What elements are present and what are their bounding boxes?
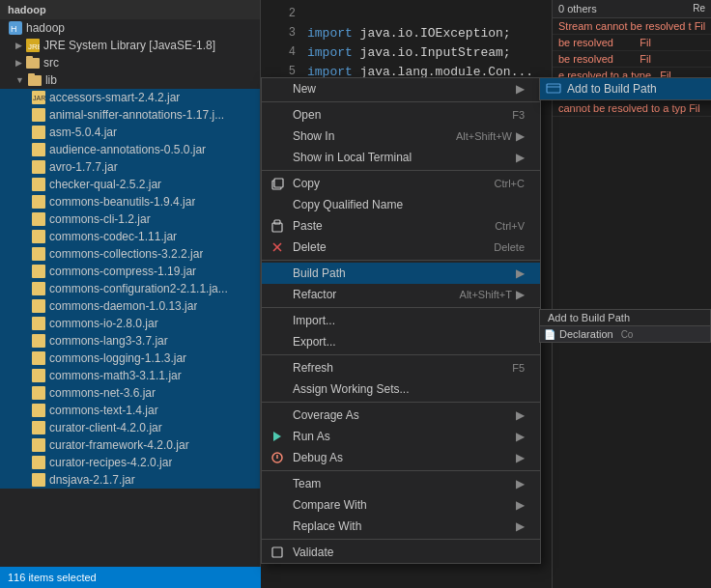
svg-rect-31 <box>32 473 45 487</box>
src-label: src <box>43 56 59 70</box>
lib-icon <box>27 72 43 88</box>
tree-item-jar19[interactable]: commons-text-1.4.jar <box>0 402 260 419</box>
tree-item-hadoop[interactable]: H hadoop <box>0 19 260 37</box>
declaration-label: Declaration <box>559 328 613 340</box>
jar2-label: animal-sniffer-annotations-1.17.j... <box>49 108 224 122</box>
menu-item-copy-qualified[interactable]: Copy Qualified Name <box>262 194 540 215</box>
arrow-icon9: ▶ <box>516 477 525 490</box>
tree-item-jar10[interactable]: commons-collections-3.2.2.jar <box>0 245 260 263</box>
jar12-label: commons-configuration2-2.1.1.ja... <box>49 282 228 295</box>
svg-rect-28 <box>32 421 45 434</box>
jar22-icon <box>31 455 46 470</box>
tree-item-jar1[interactable]: JAR accessors-smart-2.4.2.jar <box>0 89 260 106</box>
separator-1 <box>262 101 540 102</box>
submenu-add-to-build[interactable]: Add to Build Path <box>540 78 711 99</box>
svg-marker-38 <box>273 432 281 441</box>
tree-item-jar4[interactable]: audience-annotations-0.5.0.jar <box>0 141 260 158</box>
tree-item-jar13[interactable]: commons-daemon-1.0.13.jar <box>0 297 260 315</box>
jar13-label: commons-daemon-1.0.13.jar <box>49 299 197 313</box>
jar10-label: commons-collections-3.2.2.jar <box>49 247 203 261</box>
menu-item-debug-as[interactable]: Debug As ▶ <box>262 447 540 468</box>
menu-item-export[interactable]: Export... <box>262 331 540 352</box>
jar11-icon <box>31 264 46 279</box>
jar21-icon <box>31 437 46 453</box>
menu-item-refresh[interactable]: Refresh F5 <box>262 357 540 378</box>
project-icon: H <box>8 20 23 36</box>
jar20-label: curator-client-4.2.0.jar <box>49 421 162 434</box>
tree-item-jar3[interactable]: asm-5.0.4.jar <box>0 124 260 141</box>
tree-item-jar7[interactable]: commons-beanutils-1.9.4.jar <box>0 193 260 210</box>
menu-item-refactor[interactable]: Refactor Alt+Shift+T ▶ <box>262 284 540 305</box>
menu-item-paste[interactable]: Paste Ctrl+V <box>262 215 540 237</box>
tree-item-lib[interactable]: ▼ lib <box>0 71 260 89</box>
paste-icon <box>270 218 285 234</box>
jar9-label: commons-codec-1.11.jar <box>49 230 177 243</box>
debug-icon <box>270 450 285 465</box>
menu-item-team[interactable]: Team ▶ <box>262 473 540 494</box>
menu-item-new[interactable]: New ▶ <box>262 78 540 99</box>
svg-rect-17 <box>32 230 45 243</box>
tree-item-jar22[interactable]: curator-recipes-4.2.0.jar <box>0 454 260 471</box>
menu-item-open[interactable]: Open F3 <box>262 104 540 126</box>
tree-item-jre[interactable]: ▶ JRE JRE System Library [JavaSE-1.8] <box>0 37 260 54</box>
jar4-icon <box>31 142 46 157</box>
jar1-icon: JAR <box>31 90 46 105</box>
tree-item-jar21[interactable]: curator-framework-4.2.0.jar <box>0 436 260 454</box>
tree-item-src[interactable]: ▶ src <box>0 54 260 71</box>
menu-item-replace[interactable]: Replace With ▶ <box>262 516 540 537</box>
tree-item-jar8[interactable]: commons-cli-1.2.jar <box>0 210 260 228</box>
arrow-icon6: ▶ <box>516 408 525 422</box>
jar19-label: commons-text-1.4.jar <box>49 404 158 417</box>
svg-rect-14 <box>32 178 45 191</box>
svg-text:JRE: JRE <box>28 42 40 51</box>
svg-rect-6 <box>28 75 42 86</box>
separator-4 <box>262 307 540 308</box>
separator-7 <box>262 470 540 471</box>
expand-icon2: ▶ <box>15 58 22 68</box>
tree-item-jar20[interactable]: curator-client-4.2.0.jar <box>0 419 260 436</box>
expand-icon: ▶ <box>15 41 22 50</box>
context-menu: New ▶ Open F3 Show In Alt+Shift+W ▶ Show… <box>261 77 541 564</box>
menu-item-compare[interactable]: Compare With ▶ <box>262 494 540 516</box>
jar14-icon <box>31 316 46 331</box>
jar6-icon <box>31 177 46 192</box>
jar5-label: avro-1.7.7.jar <box>49 160 118 174</box>
tree-item-jar17[interactable]: commons-math3-3.1.1.jar <box>0 367 260 384</box>
tree-item-jar9[interactable]: commons-codec-1.11.jar <box>0 228 260 245</box>
jar18-icon <box>31 385 46 401</box>
tree-item-jar12[interactable]: commons-configuration2-2.1.1.ja... <box>0 280 260 297</box>
menu-item-delete[interactable]: Delete Delete <box>262 237 540 258</box>
arrow-icon2: ▶ <box>516 129 525 143</box>
svg-rect-18 <box>32 247 45 261</box>
tree-item-jar23[interactable]: dnsjava-2.1.7.jar <box>0 471 260 489</box>
menu-item-import[interactable]: Import... <box>262 310 540 331</box>
jar16-label: commons-logging-1.1.3.jar <box>49 351 186 365</box>
tree-item-jar5[interactable]: avro-1.7.7.jar <box>0 158 260 176</box>
tree-item-jar18[interactable]: commons-net-3.6.jar <box>0 384 260 402</box>
svg-rect-25 <box>32 369 45 382</box>
tree-item-jar11[interactable]: commons-compress-1.19.jar <box>0 263 260 280</box>
menu-item-assign-ws[interactable]: Assign Working Sets... <box>262 378 540 400</box>
menu-item-copy[interactable]: Copy Ctrl+C <box>262 173 540 194</box>
tree-item-jar15[interactable]: commons-lang3-3.7.jar <box>0 332 260 350</box>
tree-item-jar2[interactable]: animal-sniffer-annotations-1.17.j... <box>0 106 260 124</box>
jre-icon: JRE <box>25 38 41 53</box>
tree-item-jar14[interactable]: commons-io-2.8.0.jar <box>0 315 260 332</box>
buildpath-icon <box>546 80 561 98</box>
svg-rect-21 <box>32 299 45 313</box>
jar17-label: commons-math3-3.1.1.jar <box>49 369 182 382</box>
tree-item-jar6[interactable]: checker-qual-2.5.2.jar <box>0 176 260 193</box>
tree-item-jar16[interactable]: commons-logging-1.1.3.jar <box>0 350 260 367</box>
svg-rect-4 <box>26 58 40 69</box>
menu-item-coverage[interactable]: Coverage As ▶ <box>262 405 540 426</box>
arrow-icon7: ▶ <box>516 430 525 443</box>
menu-item-show-local[interactable]: Show in Local Terminal ▶ <box>262 147 540 168</box>
jar13-icon <box>31 298 46 314</box>
svg-rect-7 <box>28 73 35 76</box>
jar21-label: curator-framework-4.2.0.jar <box>49 438 189 452</box>
menu-item-run-as[interactable]: Run As ▶ <box>262 426 540 447</box>
menu-item-validate[interactable]: Validate <box>262 542 540 563</box>
menu-item-show-in[interactable]: Show In Alt+Shift+W ▶ <box>262 126 540 147</box>
menu-item-build-path[interactable]: Build Path ▶ <box>262 263 540 284</box>
jar3-label: asm-5.0.4.jar <box>49 126 117 139</box>
